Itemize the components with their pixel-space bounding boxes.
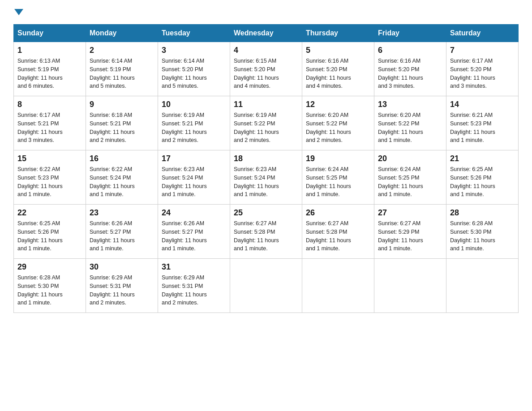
day-number: 25 bbox=[234, 208, 298, 218]
day-info: Sunrise: 6:26 AMSunset: 5:27 PMDaylight:… bbox=[162, 219, 226, 253]
calendar-cell: 21 Sunrise: 6:25 AMSunset: 5:26 PMDaylig… bbox=[446, 150, 519, 205]
day-number: 16 bbox=[90, 154, 154, 163]
calendar-table: SundayMondayTuesdayWednesdayThursdayFrid… bbox=[13, 24, 519, 313]
weekday-header-sunday: Sunday bbox=[14, 25, 86, 42]
calendar-cell: 22 Sunrise: 6:25 AMSunset: 5:26 PMDaylig… bbox=[14, 205, 86, 259]
calendar-cell: 12 Sunrise: 6:20 AMSunset: 5:22 PMDaylig… bbox=[302, 96, 374, 150]
calendar-cell: 20 Sunrise: 6:24 AMSunset: 5:25 PMDaylig… bbox=[374, 150, 446, 205]
day-info: Sunrise: 6:14 AMSunset: 5:19 PMDaylight:… bbox=[90, 57, 154, 90]
day-number: 1 bbox=[17, 46, 82, 55]
calendar-cell: 24 Sunrise: 6:26 AMSunset: 5:27 PMDaylig… bbox=[158, 205, 230, 259]
week-row-3: 15 Sunrise: 6:22 AMSunset: 5:23 PMDaylig… bbox=[14, 150, 519, 205]
week-row-2: 8 Sunrise: 6:17 AMSunset: 5:21 PMDayligh… bbox=[14, 96, 519, 150]
day-number: 2 bbox=[90, 46, 154, 55]
calendar-cell: 28 Sunrise: 6:28 AMSunset: 5:30 PMDaylig… bbox=[446, 205, 519, 259]
weekday-header-tuesday: Tuesday bbox=[158, 25, 230, 42]
calendar-cell: 17 Sunrise: 6:23 AMSunset: 5:24 PMDaylig… bbox=[158, 150, 230, 205]
day-number: 24 bbox=[162, 208, 226, 218]
calendar-cell: 8 Sunrise: 6:17 AMSunset: 5:21 PMDayligh… bbox=[14, 96, 86, 150]
day-number: 18 bbox=[234, 154, 298, 163]
calendar-cell: 11 Sunrise: 6:19 AMSunset: 5:22 PMDaylig… bbox=[230, 96, 302, 150]
day-info: Sunrise: 6:17 AMSunset: 5:21 PMDaylight:… bbox=[17, 111, 82, 145]
week-row-4: 22 Sunrise: 6:25 AMSunset: 5:26 PMDaylig… bbox=[14, 205, 519, 259]
day-number: 27 bbox=[378, 208, 442, 218]
logo bbox=[13, 9, 24, 15]
weekday-header-row: SundayMondayTuesdayWednesdayThursdayFrid… bbox=[14, 25, 519, 42]
calendar-cell: 2 Sunrise: 6:14 AMSunset: 5:19 PMDayligh… bbox=[86, 42, 158, 96]
calendar-cell: 15 Sunrise: 6:22 AMSunset: 5:23 PMDaylig… bbox=[14, 150, 86, 205]
day-number: 14 bbox=[450, 100, 515, 109]
calendar-cell bbox=[230, 259, 302, 313]
calendar-cell: 27 Sunrise: 6:27 AMSunset: 5:29 PMDaylig… bbox=[374, 205, 446, 259]
weekday-header-thursday: Thursday bbox=[302, 25, 374, 42]
day-info: Sunrise: 6:22 AMSunset: 5:23 PMDaylight:… bbox=[17, 165, 82, 199]
day-info: Sunrise: 6:23 AMSunset: 5:24 PMDaylight:… bbox=[234, 165, 298, 199]
day-number: 29 bbox=[17, 262, 82, 272]
day-info: Sunrise: 6:18 AMSunset: 5:21 PMDaylight:… bbox=[90, 111, 154, 145]
calendar-cell: 30 Sunrise: 6:29 AMSunset: 5:31 PMDaylig… bbox=[86, 259, 158, 313]
day-number: 9 bbox=[90, 100, 154, 109]
week-row-1: 1 Sunrise: 6:13 AMSunset: 5:19 PMDayligh… bbox=[14, 42, 519, 96]
day-number: 19 bbox=[306, 154, 370, 163]
calendar-cell: 14 Sunrise: 6:21 AMSunset: 5:23 PMDaylig… bbox=[446, 96, 519, 150]
day-info: Sunrise: 6:27 AMSunset: 5:29 PMDaylight:… bbox=[378, 219, 442, 253]
day-info: Sunrise: 6:22 AMSunset: 5:24 PMDaylight:… bbox=[90, 165, 154, 199]
day-number: 17 bbox=[162, 154, 226, 163]
day-info: Sunrise: 6:21 AMSunset: 5:23 PMDaylight:… bbox=[450, 111, 515, 145]
calendar-cell: 23 Sunrise: 6:26 AMSunset: 5:27 PMDaylig… bbox=[86, 205, 158, 259]
day-info: Sunrise: 6:14 AMSunset: 5:20 PMDaylight:… bbox=[162, 57, 226, 90]
weekday-header-wednesday: Wednesday bbox=[230, 25, 302, 42]
day-info: Sunrise: 6:15 AMSunset: 5:20 PMDaylight:… bbox=[234, 57, 298, 90]
day-info: Sunrise: 6:19 AMSunset: 5:22 PMDaylight:… bbox=[234, 111, 298, 145]
week-row-5: 29 Sunrise: 6:28 AMSunset: 5:30 PMDaylig… bbox=[14, 259, 519, 313]
day-number: 3 bbox=[162, 46, 226, 55]
weekday-header-monday: Monday bbox=[86, 25, 158, 42]
day-info: Sunrise: 6:24 AMSunset: 5:25 PMDaylight:… bbox=[378, 165, 442, 199]
day-info: Sunrise: 6:28 AMSunset: 5:30 PMDaylight:… bbox=[450, 219, 515, 253]
day-info: Sunrise: 6:16 AMSunset: 5:20 PMDaylight:… bbox=[378, 57, 442, 90]
day-number: 12 bbox=[306, 100, 370, 109]
day-number: 8 bbox=[17, 100, 82, 109]
day-number: 4 bbox=[234, 46, 298, 55]
weekday-header-saturday: Saturday bbox=[446, 25, 519, 42]
day-info: Sunrise: 6:20 AMSunset: 5:22 PMDaylight:… bbox=[378, 111, 442, 145]
calendar-cell: 25 Sunrise: 6:27 AMSunset: 5:28 PMDaylig… bbox=[230, 205, 302, 259]
day-number: 13 bbox=[378, 100, 442, 109]
day-info: Sunrise: 6:19 AMSunset: 5:21 PMDaylight:… bbox=[162, 111, 226, 145]
calendar-cell: 9 Sunrise: 6:18 AMSunset: 5:21 PMDayligh… bbox=[86, 96, 158, 150]
calendar-cell: 31 Sunrise: 6:29 AMSunset: 5:31 PMDaylig… bbox=[158, 259, 230, 313]
day-info: Sunrise: 6:27 AMSunset: 5:28 PMDaylight:… bbox=[234, 219, 298, 253]
calendar-cell: 16 Sunrise: 6:22 AMSunset: 5:24 PMDaylig… bbox=[86, 150, 158, 205]
day-info: Sunrise: 6:13 AMSunset: 5:19 PMDaylight:… bbox=[17, 57, 82, 90]
day-number: 20 bbox=[378, 154, 442, 163]
day-info: Sunrise: 6:25 AMSunset: 5:26 PMDaylight:… bbox=[450, 165, 515, 199]
day-number: 26 bbox=[306, 208, 370, 218]
calendar-cell: 13 Sunrise: 6:20 AMSunset: 5:22 PMDaylig… bbox=[374, 96, 446, 150]
day-info: Sunrise: 6:28 AMSunset: 5:30 PMDaylight:… bbox=[17, 274, 82, 307]
calendar-cell bbox=[446, 259, 519, 313]
day-number: 10 bbox=[162, 100, 226, 109]
day-number: 15 bbox=[17, 154, 82, 163]
day-info: Sunrise: 6:27 AMSunset: 5:28 PMDaylight:… bbox=[306, 219, 370, 253]
calendar-cell: 19 Sunrise: 6:24 AMSunset: 5:25 PMDaylig… bbox=[302, 150, 374, 205]
day-number: 21 bbox=[450, 154, 515, 163]
logo-arrow-icon bbox=[14, 9, 23, 15]
day-info: Sunrise: 6:24 AMSunset: 5:25 PMDaylight:… bbox=[306, 165, 370, 199]
day-number: 5 bbox=[306, 46, 370, 55]
day-number: 7 bbox=[450, 46, 515, 55]
day-info: Sunrise: 6:23 AMSunset: 5:24 PMDaylight:… bbox=[162, 165, 226, 199]
day-info: Sunrise: 6:29 AMSunset: 5:31 PMDaylight:… bbox=[162, 274, 226, 307]
calendar-cell: 7 Sunrise: 6:17 AMSunset: 5:20 PMDayligh… bbox=[446, 42, 519, 96]
day-info: Sunrise: 6:26 AMSunset: 5:27 PMDaylight:… bbox=[90, 219, 154, 253]
calendar-cell: 3 Sunrise: 6:14 AMSunset: 5:20 PMDayligh… bbox=[158, 42, 230, 96]
calendar-cell: 10 Sunrise: 6:19 AMSunset: 5:21 PMDaylig… bbox=[158, 96, 230, 150]
calendar-cell: 5 Sunrise: 6:16 AMSunset: 5:20 PMDayligh… bbox=[302, 42, 374, 96]
calendar-cell: 4 Sunrise: 6:15 AMSunset: 5:20 PMDayligh… bbox=[230, 42, 302, 96]
calendar-cell: 29 Sunrise: 6:28 AMSunset: 5:30 PMDaylig… bbox=[14, 259, 86, 313]
calendar-cell: 6 Sunrise: 6:16 AMSunset: 5:20 PMDayligh… bbox=[374, 42, 446, 96]
day-info: Sunrise: 6:25 AMSunset: 5:26 PMDaylight:… bbox=[17, 219, 82, 253]
calendar-cell: 26 Sunrise: 6:27 AMSunset: 5:28 PMDaylig… bbox=[302, 205, 374, 259]
day-info: Sunrise: 6:29 AMSunset: 5:31 PMDaylight:… bbox=[90, 274, 154, 307]
calendar-cell: 1 Sunrise: 6:13 AMSunset: 5:19 PMDayligh… bbox=[14, 42, 86, 96]
calendar-cell: 18 Sunrise: 6:23 AMSunset: 5:24 PMDaylig… bbox=[230, 150, 302, 205]
